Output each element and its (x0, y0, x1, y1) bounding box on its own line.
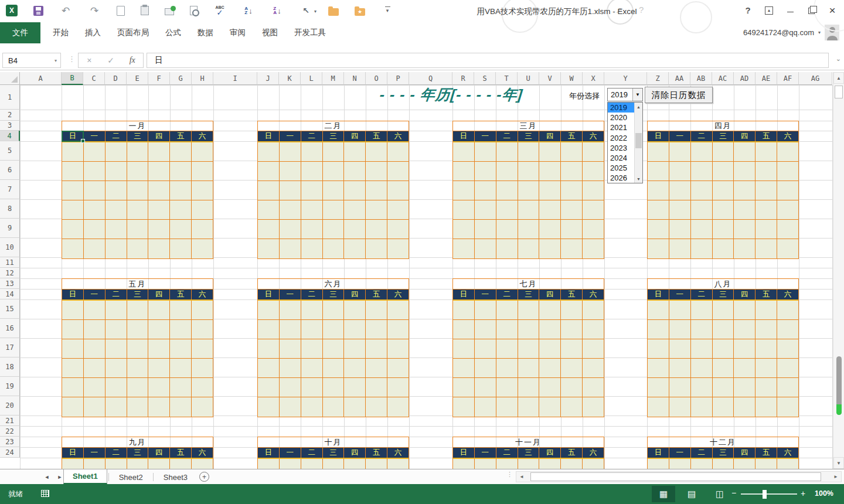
calendar-cell[interactable] (475, 359, 496, 377)
calendar-cell[interactable] (518, 162, 540, 181)
ribbon-tab-视图[interactable]: 视图 (254, 22, 286, 43)
calendar-cell[interactable] (62, 320, 84, 339)
weekday-cell[interactable]: 二 (106, 448, 127, 458)
calendar-cell[interactable] (561, 320, 583, 339)
month-title-cell[interactable]: 三月 (453, 121, 604, 131)
calendar-cell[interactable] (387, 378, 409, 397)
calendar-cell[interactable] (148, 200, 170, 219)
save-icon[interactable] (33, 6, 43, 16)
calendar-cell[interactable] (583, 378, 604, 397)
expand-formula-bar-icon[interactable]: ⌄ (836, 55, 841, 63)
calendar-cell[interactable] (496, 200, 518, 219)
calendar-cell[interactable] (106, 339, 127, 358)
calendar-cell[interactable] (387, 239, 409, 258)
calendar-cell[interactable] (777, 339, 798, 358)
calendar-cell[interactable] (387, 220, 409, 239)
calendar-cell[interactable] (84, 239, 106, 258)
calendar-cell[interactable] (106, 301, 127, 319)
calendar-cell[interactable] (62, 142, 84, 161)
weekday-cell[interactable]: 三 (518, 131, 540, 141)
calendar-cell[interactable] (366, 301, 387, 319)
calendar-cell[interactable] (453, 397, 475, 417)
weekday-cell[interactable]: 六 (192, 448, 213, 458)
calendar-cell[interactable] (734, 359, 755, 377)
weekday-cell[interactable]: 二 (496, 448, 518, 458)
calendar-cell[interactable] (713, 320, 734, 339)
calendar-cell[interactable] (518, 397, 540, 417)
calendar-cell[interactable] (301, 359, 323, 377)
calendar-cell[interactable] (518, 181, 540, 200)
calendar-cell[interactable] (170, 239, 192, 258)
weekday-cell[interactable]: 四 (344, 131, 366, 141)
calendar-cell[interactable] (755, 220, 777, 239)
calendar-cell[interactable] (734, 239, 755, 258)
macro-record-icon[interactable] (41, 490, 49, 497)
row-header-6[interactable]: 6 (0, 161, 20, 180)
calendar-cell[interactable] (561, 239, 583, 258)
calendar-cell[interactable] (669, 359, 691, 377)
calendar-cell[interactable] (148, 239, 170, 258)
calendar-cell[interactable] (691, 220, 713, 239)
calendar-cell[interactable] (583, 320, 604, 339)
calendar-cell[interactable] (106, 162, 127, 181)
weekday-cell[interactable]: 三 (323, 448, 345, 458)
calendar-cell[interactable] (691, 378, 713, 397)
calendar-cell[interactable] (755, 239, 777, 258)
calendar-cell[interactable] (734, 301, 755, 319)
calendar-cell[interactable] (323, 320, 345, 339)
calendar-cell[interactable] (583, 200, 604, 219)
calendar-cell[interactable] (777, 162, 798, 181)
calendar-cell[interactable] (755, 359, 777, 377)
calendar-cell[interactable] (583, 220, 604, 239)
calendar-cell[interactable] (648, 459, 669, 469)
calendar-cell[interactable] (323, 181, 345, 200)
column-header-L[interactable]: L (301, 72, 322, 85)
weekday-cell[interactable]: 三 (713, 448, 734, 458)
calendar-cell[interactable] (561, 301, 583, 319)
calendar-cell[interactable] (258, 339, 280, 358)
weekday-cell[interactable]: 五 (755, 131, 777, 141)
calendar-cell[interactable] (258, 320, 280, 339)
calendar-cell[interactable] (453, 320, 475, 339)
year-option-2026[interactable]: 2026 (608, 173, 634, 183)
calendar-cell[interactable] (583, 459, 604, 469)
weekday-cell[interactable]: 三 (127, 290, 149, 299)
calendar-cell[interactable] (192, 162, 213, 181)
horizontal-scrollbar[interactable]: ◄ ► (516, 471, 842, 482)
weekday-cell[interactable]: 二 (106, 290, 127, 299)
calendar-cell[interactable] (539, 378, 561, 397)
calendar-cell[interactable] (648, 301, 669, 319)
calendar-cell[interactable] (366, 397, 387, 417)
zoom-in-button[interactable]: + (801, 489, 805, 498)
calendar-cell[interactable] (323, 459, 345, 469)
ribbon-tab-公式[interactable]: 公式 (157, 22, 189, 43)
calendar-cell[interactable] (777, 397, 798, 417)
ribbon-display-options-button[interactable] (758, 2, 780, 18)
calendar-cell[interactable] (755, 459, 777, 469)
calendar-cell[interactable] (777, 378, 798, 397)
calendar-cell[interactable] (713, 359, 734, 377)
calendar-cell[interactable] (127, 220, 149, 239)
calendar-cell[interactable] (734, 162, 755, 181)
calendar-cell[interactable] (323, 239, 345, 258)
calendar-cell[interactable] (84, 397, 106, 417)
calendar-cell[interactable] (539, 301, 561, 319)
row-header-16[interactable]: 16 (0, 319, 20, 338)
spelling-icon[interactable] (213, 4, 226, 17)
row-header-13[interactable]: 13 (0, 278, 20, 289)
calendar-cell[interactable] (192, 359, 213, 377)
calendar-cell[interactable] (387, 339, 409, 358)
calendar-cell[interactable] (777, 320, 798, 339)
weekday-cell[interactable]: 日 (258, 290, 280, 299)
row-header-1[interactable]: 1 (0, 85, 20, 110)
calendar-cell[interactable] (691, 397, 713, 417)
calendar-cell[interactable] (148, 359, 170, 377)
calendar-cell[interactable] (713, 301, 734, 319)
column-header-AC[interactable]: AC (712, 72, 734, 85)
undo-icon[interactable] (59, 4, 72, 17)
calendar-cell[interactable] (648, 378, 669, 397)
weekday-cell[interactable]: 六 (192, 290, 213, 299)
calendar-cell[interactable] (713, 200, 734, 219)
calendar-cell[interactable] (777, 359, 798, 377)
calendar-cell[interactable] (106, 200, 127, 219)
